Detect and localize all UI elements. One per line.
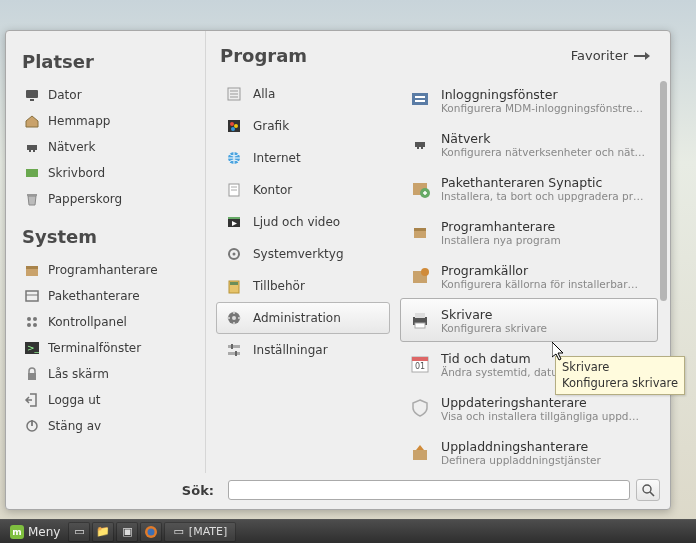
svg-rect-65 — [412, 357, 428, 361]
shield-icon — [409, 397, 431, 419]
desktop-icon — [24, 165, 40, 181]
control-icon — [24, 314, 40, 330]
monitor-icon — [24, 87, 40, 103]
all-icon — [225, 85, 243, 103]
svg-rect-53 — [417, 147, 419, 149]
app-name: Uppdateringshanterare — [441, 395, 649, 410]
acc-icon — [225, 277, 243, 295]
svg-rect-6 — [27, 194, 37, 196]
terminal-icon: ▣ — [122, 525, 132, 538]
category-internet[interactable]: Internet — [216, 142, 390, 174]
clock-icon: 01 — [409, 353, 431, 375]
app-n-tverk[interactable]: NätverkKonfigurera nätverksenheter och n… — [400, 122, 658, 166]
tooltip-title: Skrivare — [562, 360, 678, 376]
category-label: Alla — [253, 87, 275, 101]
taskbar-task-mate[interactable]: ▭ [MATE] — [164, 522, 236, 542]
search-button[interactable] — [636, 479, 660, 501]
system-item-stäng-av[interactable]: Stäng av — [20, 413, 197, 439]
system-item-label: Lås skärm — [48, 367, 109, 381]
category-column: AllaGrafikInternetKontorLjud och videoSy… — [216, 74, 396, 473]
applications-heading: Program — [220, 45, 307, 66]
trash-icon — [24, 191, 40, 207]
app-programhanterare[interactable]: ProgramhanterareInstallera nya program — [400, 210, 658, 254]
app-pakethanteraren-synaptic[interactable]: Pakethanteraren SynapticInstallera, ta b… — [400, 166, 658, 210]
mint-logo-icon: m — [10, 525, 24, 539]
taskbar-menu-button[interactable]: m Meny — [4, 522, 66, 542]
category-inställningar[interactable]: Inställningar — [216, 334, 390, 366]
svg-rect-63 — [415, 323, 425, 328]
menu-body: Platser DatorHemmappNätverkSkrivbordPapp… — [6, 31, 670, 473]
terminal-launcher-button[interactable]: ▣ — [116, 522, 138, 542]
app-programk-llor[interactable]: ProgramkällorKonfigurera källorna för in… — [400, 254, 658, 298]
svg-rect-8 — [26, 266, 38, 269]
category-administration[interactable]: Administration — [216, 302, 390, 334]
category-label: Tillbehör — [253, 279, 305, 293]
svg-text:>_: >_ — [27, 343, 40, 353]
places-item-hemmapp[interactable]: Hemmapp — [20, 108, 197, 134]
system-item-pakethanterare[interactable]: Pakethanterare — [20, 283, 197, 309]
search-input[interactable] — [228, 480, 630, 500]
app-desc: Konfigurera MDM-inloggningsfönstre… — [441, 102, 649, 114]
svg-point-14 — [33, 323, 37, 327]
scrollbar-thumb[interactable] — [660, 81, 667, 301]
category-tillbehör[interactable]: Tillbehör — [216, 270, 390, 302]
system-item-terminalfönster[interactable]: >_Terminalfönster — [20, 335, 197, 361]
svg-rect-47 — [231, 344, 233, 349]
firefox-icon — [144, 525, 158, 539]
svg-point-60 — [421, 268, 429, 276]
file-manager-button[interactable]: 📁 — [92, 522, 114, 542]
arrow-right-icon — [634, 51, 650, 61]
places-item-papperskorg[interactable]: Papperskorg — [20, 186, 197, 212]
places-item-nätverk[interactable]: Nätverk — [20, 134, 197, 160]
category-label: Administration — [253, 311, 341, 325]
system-item-lås-skärm[interactable]: Lås skärm — [20, 361, 197, 387]
system-item-logga-ut[interactable]: Logga ut — [20, 387, 197, 413]
internet-icon — [225, 149, 243, 167]
svg-point-68 — [643, 485, 651, 493]
office-icon — [225, 181, 243, 199]
system-heading: System — [22, 226, 197, 247]
category-alla[interactable]: Alla — [216, 78, 390, 110]
system-item-programhanterare[interactable]: Programhanterare — [20, 257, 197, 283]
places-item-label: Dator — [48, 88, 82, 102]
svg-rect-33 — [228, 217, 240, 219]
system-item-label: Kontrollpanel — [48, 315, 127, 329]
app-name: Programhanterare — [441, 219, 649, 234]
app-inloggningsf-nster[interactable]: InloggningsfönsterKonfigurera MDM-inlogg… — [400, 78, 658, 122]
svg-rect-38 — [230, 282, 238, 285]
lock-icon — [24, 366, 40, 382]
svg-rect-0 — [26, 90, 38, 98]
places-item-skrivbord[interactable]: Skrivbord — [20, 160, 197, 186]
network-icon — [409, 133, 431, 155]
category-ljud-och-video[interactable]: Ljud och video — [216, 206, 390, 238]
places-item-dator[interactable]: Dator — [20, 82, 197, 108]
svg-rect-1 — [30, 99, 34, 101]
tooltip-desc: Konfigurera skrivare — [562, 376, 678, 392]
home-icon — [24, 113, 40, 129]
system-item-kontrollpanel[interactable]: Kontrollpanel — [20, 309, 197, 335]
app-desc: Installera, ta bort och uppgradera pr… — [441, 190, 649, 202]
show-desktop-button[interactable]: ▭ — [68, 522, 90, 542]
prefs-icon — [225, 341, 243, 359]
svg-point-13 — [27, 323, 31, 327]
favorites-button[interactable]: Favoriter — [571, 48, 650, 63]
category-grafik[interactable]: Grafik — [216, 110, 390, 142]
app-uppladdningshanterare[interactable]: UppladdningshanterareDefinera uppladdnin… — [400, 430, 658, 473]
app-name: Skrivare — [441, 307, 649, 322]
svg-rect-46 — [228, 352, 240, 355]
svg-rect-2 — [27, 145, 37, 150]
svg-point-36 — [233, 253, 236, 256]
category-kontor[interactable]: Kontor — [216, 174, 390, 206]
svg-point-27 — [231, 127, 235, 131]
applications-columns: AllaGrafikInternetKontorLjud och videoSy… — [216, 74, 670, 473]
app-skrivare[interactable]: SkrivareKonfigurera skrivare — [400, 298, 658, 342]
system-item-label: Programhanterare — [48, 263, 158, 277]
search-row: Sök: — [6, 473, 670, 509]
firefox-launcher-button[interactable] — [140, 522, 162, 542]
category-label: Grafik — [253, 119, 289, 133]
svg-rect-54 — [421, 147, 423, 149]
category-systemverktyg[interactable]: Systemverktyg — [216, 238, 390, 270]
printer-icon — [409, 309, 431, 331]
places-system-pane: Platser DatorHemmappNätverkSkrivbordPapp… — [6, 31, 206, 473]
tooltip: Skrivare Konfigurera skrivare — [555, 356, 685, 395]
